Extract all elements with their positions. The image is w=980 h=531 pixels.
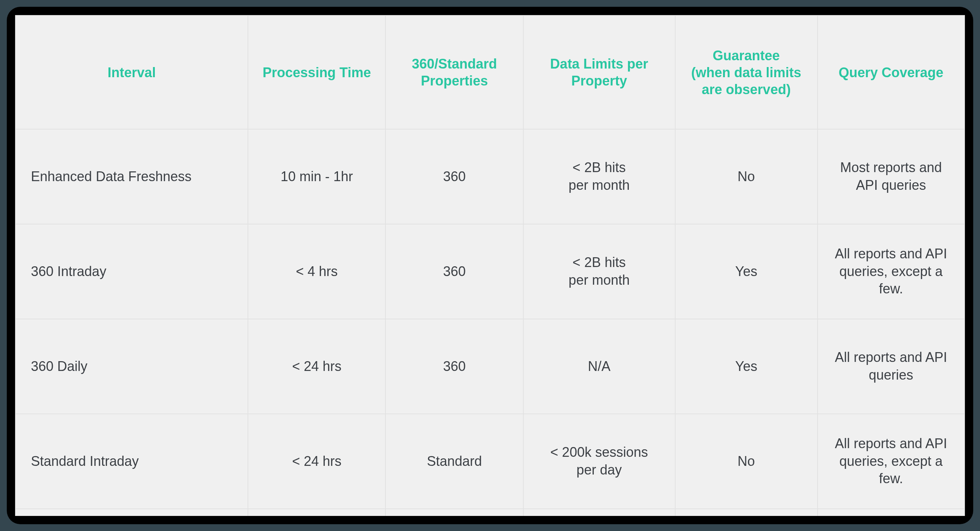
col-header-interval: Interval — [16, 16, 248, 129]
cell-interval: 360 Intraday — [16, 224, 248, 319]
data-freshness-table: Interval Processing Time 360/Standard Pr… — [15, 15, 965, 516]
col-header-coverage: Query Coverage — [818, 16, 964, 129]
cell-properties: 360 — [385, 319, 523, 414]
cell-guarantee: Yes — [675, 224, 818, 319]
cell-processing-time: 10 min - 1hr — [248, 129, 385, 224]
col-header-data-limits: Data Limits per Property — [523, 16, 675, 129]
cell-coverage: All reports and API queries, except a fe… — [818, 414, 964, 509]
col-header-guarantee: Guarantee(when data limits are observed) — [675, 16, 818, 129]
cell-interval: Standard Intraday — [16, 414, 248, 509]
table-header-row: Interval Processing Time 360/Standard Pr… — [16, 16, 964, 129]
table-row: 360 Intraday < 4 hrs 360 < 2B hitsper mo… — [16, 224, 964, 319]
table-row: 360 Daily < 24 hrs 360 N/A Yes All repor… — [16, 319, 964, 414]
cell-coverage: All reports and API queries — [818, 319, 964, 414]
cell-processing-time: < 4 hrs — [248, 224, 385, 319]
table-panel: Interval Processing Time 360/Standard Pr… — [15, 15, 965, 516]
table-row: Standard Daily 24-48 hrs Standard < 10m … — [16, 509, 964, 516]
cell-guarantee: No — [675, 129, 818, 224]
cell-processing-time: 24-48 hrs — [248, 509, 385, 516]
col-header-processing-time: Processing Time — [248, 16, 385, 129]
cell-properties: Standard — [385, 509, 523, 516]
cell-data-limits: < 2B hitsper month — [523, 129, 675, 224]
cell-data-limits: N/A — [523, 319, 675, 414]
cell-data-limits: < 200k sessionsper day — [523, 414, 675, 509]
cell-processing-time: < 24 hrs — [248, 319, 385, 414]
cell-coverage: All reports and API queries — [818, 509, 964, 516]
cell-coverage: All reports and API queries, except a fe… — [818, 224, 964, 319]
cell-guarantee: No — [675, 414, 818, 509]
cell-properties: 360 — [385, 129, 523, 224]
device-frame: Interval Processing Time 360/Standard Pr… — [7, 7, 973, 524]
cell-interval: Enhanced Data Freshness — [16, 129, 248, 224]
cell-coverage: Most reports and API queries — [818, 129, 964, 224]
table-row: Standard Intraday < 24 hrs Standard < 20… — [16, 414, 964, 509]
col-header-properties: 360/Standard Properties — [385, 16, 523, 129]
cell-interval: Standard Daily — [16, 509, 248, 516]
cell-guarantee: Yes — [675, 319, 818, 414]
cell-guarantee: No — [675, 509, 818, 516]
table-row: Enhanced Data Freshness 10 min - 1hr 360… — [16, 129, 964, 224]
cell-properties: Standard — [385, 414, 523, 509]
cell-properties: 360 — [385, 224, 523, 319]
cell-interval: 360 Daily — [16, 319, 248, 414]
cell-processing-time: < 24 hrs — [248, 414, 385, 509]
cell-data-limits: < 10m hitsper month — [523, 509, 675, 516]
cell-data-limits: < 2B hitsper month — [523, 224, 675, 319]
